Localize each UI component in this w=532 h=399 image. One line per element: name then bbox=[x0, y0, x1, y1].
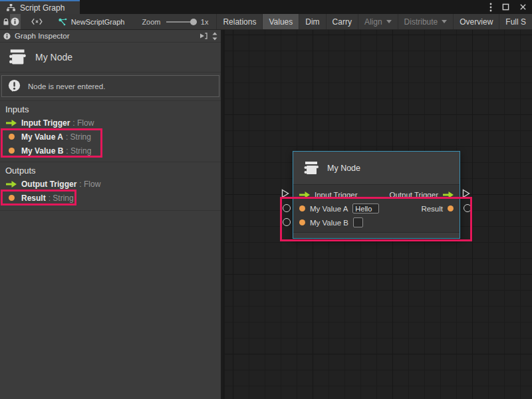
node-footer bbox=[293, 232, 460, 238]
scrubber-arrows-icon[interactable] bbox=[212, 32, 217, 41]
outputs-section: Outputs Output Trigger : Flow Result : S… bbox=[0, 162, 221, 211]
port-row-output-trigger: Output Trigger : Flow bbox=[0, 177, 221, 191]
code-preview-button[interactable] bbox=[30, 14, 45, 29]
values-button[interactable]: Values bbox=[262, 14, 299, 29]
my-value-a-label: My Value A bbox=[310, 205, 348, 213]
node-icon bbox=[302, 160, 319, 177]
distribute-label: Distribute bbox=[404, 17, 438, 27]
value-port-icon bbox=[5, 148, 17, 154]
inspector-title: Graph Inspector bbox=[15, 32, 69, 40]
align-dropdown[interactable]: Align bbox=[358, 14, 398, 29]
port-type: : Flow bbox=[79, 180, 100, 189]
dim-button[interactable]: Dim bbox=[299, 14, 325, 29]
warning-box: Node is never entered. bbox=[1, 75, 219, 97]
flow-arrow-icon[interactable] bbox=[299, 192, 310, 198]
node-title: My Node bbox=[327, 164, 360, 173]
my-node[interactable]: My Node Input Trigger Output Trigger My … bbox=[293, 151, 460, 239]
port-row-result: Result : String bbox=[0, 191, 221, 205]
chevron-down-icon bbox=[442, 20, 447, 23]
node-row-value-b: My Value B bbox=[293, 215, 460, 229]
code-icon bbox=[31, 18, 43, 25]
port-name: Output Trigger bbox=[21, 180, 76, 189]
port-name: Result bbox=[21, 194, 46, 203]
inspected-node-title: My Node bbox=[35, 52, 72, 63]
toolbar-buttons: Relations Values Dim Carry Align Distrib… bbox=[216, 14, 532, 29]
values-label: Values bbox=[269, 17, 293, 27]
fullscreen-label: Full S bbox=[505, 17, 526, 27]
port-type: : String bbox=[49, 194, 74, 203]
carry-button[interactable]: Carry bbox=[326, 14, 358, 29]
warning-text: Node is never entered. bbox=[28, 82, 105, 90]
graph-toolbar: NewScriptGraph Zoom 1x Relations Values … bbox=[0, 14, 532, 30]
zoom-slider-handle[interactable] bbox=[190, 19, 197, 25]
node-row-value-a: My Value A Result bbox=[293, 201, 460, 215]
warning-bubble-icon bbox=[7, 79, 21, 93]
overview-button[interactable]: Overview bbox=[453, 14, 499, 29]
info-icon bbox=[11, 17, 19, 26]
port-type: : String bbox=[66, 132, 91, 142]
align-label: Align bbox=[364, 17, 382, 27]
port-name: Input Trigger bbox=[21, 118, 70, 128]
chevron-down-icon bbox=[386, 20, 392, 23]
value-port-icon[interactable] bbox=[299, 219, 305, 225]
flow-output-port[interactable] bbox=[462, 189, 470, 198]
port-row-my-value-b: My Value B : String bbox=[0, 144, 221, 158]
value-port-icon bbox=[5, 134, 17, 140]
lock-button[interactable] bbox=[1, 14, 10, 29]
inputs-section: Inputs Input Trigger : Flow My Value A :… bbox=[0, 101, 221, 162]
inputs-title: Inputs bbox=[0, 101, 221, 116]
graph-asset-icon bbox=[58, 18, 67, 26]
node-row-flow: Input Trigger Output Trigger bbox=[293, 188, 460, 201]
inspector-header-icons bbox=[199, 32, 217, 41]
graph-asset-name: NewScriptGraph bbox=[71, 18, 125, 26]
info-icon bbox=[3, 33, 11, 40]
tab-title: Script Graph bbox=[20, 3, 65, 13]
distribute-dropdown[interactable]: Distribute bbox=[398, 14, 454, 29]
graph-canvas[interactable]: My Node Input Trigger Output Trigger My … bbox=[225, 30, 532, 399]
flow-arrow-icon bbox=[5, 120, 17, 126]
window-controls bbox=[489, 0, 527, 14]
zoom-label: Zoom bbox=[142, 14, 160, 29]
graph-inspector-panel: Graph Inspector My Node Node is never en… bbox=[0, 30, 223, 399]
result-port[interactable] bbox=[464, 204, 471, 212]
relations-button[interactable]: Relations bbox=[216, 14, 262, 29]
close-icon[interactable] bbox=[519, 3, 527, 11]
port-name: My Value B bbox=[21, 146, 63, 156]
flow-arrow-icon[interactable] bbox=[443, 192, 454, 198]
value-port-icon bbox=[5, 195, 17, 201]
input-trigger-label: Input Trigger bbox=[315, 191, 358, 199]
fullscreen-button[interactable]: Full S bbox=[499, 14, 532, 29]
node-header[interactable]: My Node bbox=[293, 152, 460, 185]
value-b-port[interactable] bbox=[283, 218, 291, 226]
port-type: : String bbox=[66, 146, 91, 156]
output-trigger-label: Output Trigger bbox=[389, 191, 438, 199]
window-menu-icon[interactable] bbox=[489, 3, 492, 12]
port-type: : Flow bbox=[72, 118, 94, 128]
script-graph-icon bbox=[7, 4, 15, 11]
my-value-b-label: My Value B bbox=[310, 219, 348, 227]
result-label: Result bbox=[421, 205, 443, 213]
port-name: My Value A bbox=[21, 132, 63, 142]
my-value-a-input[interactable] bbox=[352, 203, 379, 213]
popout-icon[interactable] bbox=[199, 32, 208, 40]
value-port-icon[interactable] bbox=[299, 205, 305, 211]
value-a-port[interactable] bbox=[283, 204, 291, 212]
warning-section: Node is never entered. bbox=[0, 72, 221, 101]
outputs-title: Outputs bbox=[0, 162, 221, 177]
graph-asset-field[interactable]: NewScriptGraph bbox=[58, 14, 125, 29]
flow-arrow-icon bbox=[5, 181, 17, 188]
maximize-icon[interactable] bbox=[502, 3, 509, 11]
overview-label: Overview bbox=[460, 17, 493, 27]
lock-icon bbox=[2, 18, 10, 26]
zoom-slider[interactable] bbox=[166, 14, 197, 29]
carry-label: Carry bbox=[332, 17, 352, 27]
relations-label: Relations bbox=[223, 17, 256, 27]
tab-script-graph[interactable]: Script Graph bbox=[0, 0, 80, 14]
dim-label: Dim bbox=[305, 17, 319, 27]
flow-input-port[interactable] bbox=[281, 189, 289, 198]
my-value-b-input[interactable] bbox=[353, 217, 363, 227]
inspector-toggle-button[interactable] bbox=[10, 14, 20, 29]
port-row-input-trigger: Input Trigger : Flow bbox=[0, 116, 221, 130]
inspected-node-title-block: My Node bbox=[0, 43, 221, 72]
value-port-icon[interactable] bbox=[448, 205, 454, 211]
